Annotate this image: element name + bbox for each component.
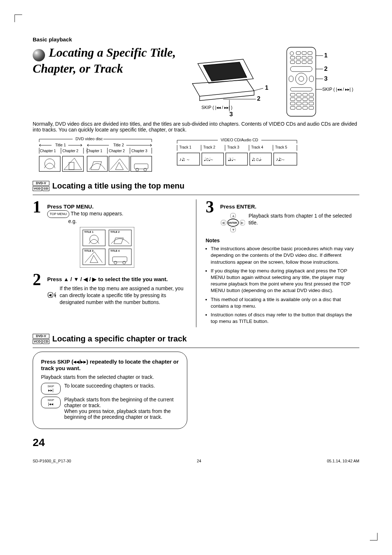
- svg-text:TITLE 4: TITLE 4: [110, 250, 119, 252]
- footer: SD-P1600_E_P17-30 24 05.1.14, 10:42 AM: [33, 459, 359, 463]
- svg-text:Chapter 1: Chapter 1: [40, 149, 56, 153]
- dpad-enter-icon: ▲ ▼ ◀ ▶ ENTER: [47, 285, 56, 305]
- skip-instructions-box: Press SKIP (◂◂/▸▸) repeatedly to locate …: [33, 352, 187, 429]
- svg-text:TITLE 2: TITLE 2: [110, 231, 119, 233]
- cd-disc-diagram: VIDEO CD/Audio CD Track 1Track 2Track 3T…: [171, 136, 301, 174]
- subsection-title-top-menu: DVD-V VCD CD Locating a title using the …: [33, 181, 359, 191]
- dvd-player-figure: 1 SKIP ( |◂◂ / ▸▸| ) 2 3: [189, 45, 272, 118]
- tag-vcd: VCD: [33, 186, 42, 191]
- svg-text:▶: ▶: [241, 221, 244, 224]
- step-2: 2 Press ▲ / ▼ / ◀ / ▶ to select the titl…: [33, 272, 187, 306]
- step-3-body: Playback starts from chapter 1 of the se…: [249, 212, 359, 226]
- note-item: If you display the top menu during playb…: [211, 268, 360, 294]
- remote-figure: 1 2 3 SKIP ( |◂◂ / ▸▸| ): [283, 45, 359, 118]
- ornament-sphere-icon: [33, 49, 45, 61]
- svg-text:▼: ▼: [232, 228, 235, 231]
- svg-text:3: 3: [324, 75, 327, 82]
- svg-text:SKIP ( |◂◂ / ▸▸| ): SKIP ( |◂◂ / ▸▸| ): [201, 105, 232, 110]
- top-menu-example: TITLE 1TITLE 2 TITLE 3TITLE 4: [80, 227, 187, 268]
- notes-heading: Notes: [206, 237, 360, 244]
- step-1-eg: e.g.: [68, 218, 187, 225]
- tag-cd: CD: [42, 186, 49, 191]
- svg-text:TITLE 1: TITLE 1: [84, 231, 93, 233]
- crop-mark-br: [370, 533, 377, 540]
- svg-text:ENTER: ENTER: [55, 294, 56, 296]
- tag-cd: CD: [42, 339, 49, 344]
- step-1-line: The top menu appears.: [71, 211, 123, 216]
- svg-text:Title 2: Title 2: [113, 143, 124, 147]
- svg-text:Chapter 1: Chapter 1: [86, 149, 102, 153]
- footer-page: 24: [197, 459, 201, 463]
- svg-text:◀: ◀: [49, 293, 52, 297]
- step-2-body: If the titles in the top menu are assign…: [60, 285, 186, 306]
- svg-text:Chapter 2: Chapter 2: [109, 149, 125, 153]
- subsection-title-skip: DVD-V VCD CD Locating a specific chapter…: [33, 334, 359, 344]
- skip-back-button-icon: SKIP |◂◂: [41, 397, 61, 408]
- svg-text:Track 5: Track 5: [275, 145, 287, 149]
- svg-text:◀: ◀: [222, 221, 225, 224]
- svg-rect-76: [109, 156, 129, 171]
- svg-rect-74: [62, 156, 83, 171]
- svg-text:TITLE 3: TITLE 3: [84, 250, 93, 252]
- svg-text:♪𝅘𝅥𝅘𝅥♫∼: ♪𝅘𝅥𝅘𝅥♫∼: [276, 157, 285, 162]
- step-3: 3 Press ENTER. ▲ ▼ ◀ ▶ ENTER: [206, 199, 360, 234]
- intro-text: Normally, DVD video discs are divided in…: [33, 121, 359, 133]
- tag-dvdv: DVD-V: [33, 181, 49, 186]
- tag-dvdv: DVD-V: [33, 334, 49, 339]
- svg-text:Chapter 2: Chapter 2: [62, 149, 78, 153]
- step-2-heading: Press ▲ / ▼ / ◀ / ▶ to select the title …: [47, 276, 187, 283]
- right-column: 3 Press ENTER. ▲ ▼ ◀ ▶ ENTER: [206, 199, 360, 327]
- dpad-enter-icon: ▲ ▼ ◀ ▶ ENTER: [220, 212, 245, 234]
- note-item: The instructions above describe basic pr…: [211, 246, 360, 266]
- svg-text:SKIP ( |◂◂ / ▸▸| ): SKIP ( |◂◂ / ▸▸| ): [322, 87, 353, 92]
- svg-text:2: 2: [257, 95, 260, 102]
- svg-text:Track 1: Track 1: [179, 145, 191, 149]
- footer-timestamp: 05.1.14, 10:42 AM: [327, 459, 359, 463]
- footer-filename: SD-P1600_E_P17-30: [33, 459, 71, 463]
- svg-line-0: [253, 88, 263, 91]
- svg-rect-73: [39, 156, 60, 171]
- step-1: 1 Press TOP MENU. TOP MENU The top menu …: [33, 199, 187, 268]
- step-3-number: 3: [206, 199, 218, 214]
- svg-text:1: 1: [265, 84, 268, 91]
- svg-text:VIDEO CD/Audio CD: VIDEO CD/Audio CD: [221, 138, 258, 142]
- svg-text:Track 3: Track 3: [227, 145, 239, 149]
- svg-text:2: 2: [324, 65, 327, 72]
- svg-text:ENTER: ENTER: [228, 222, 237, 224]
- divider: [33, 195, 359, 195]
- note-item: Instruction notes of discs may refer to …: [211, 312, 360, 325]
- skip-forward-button-icon: SKIP ▸▸|: [41, 383, 61, 394]
- skip-back-text-1: Playback starts from the beginning of th…: [64, 397, 179, 408]
- svg-text:♪𝅘𝅥♫  ∼: ♪𝅘𝅥♫ ∼: [179, 157, 189, 162]
- left-column: 1 Press TOP MENU. TOP MENU The top menu …: [33, 199, 187, 327]
- subsection-heading-1: Locating a title using the top menu: [52, 181, 184, 191]
- svg-text:𝅘𝅥 𝅘𝅥♪𝅘𝅥 ∼: 𝅘𝅥 𝅘𝅥♪𝅘𝅥 ∼: [228, 157, 236, 162]
- page-title: Locating a Specific Title, Chapter, or T…: [33, 46, 176, 75]
- dvd-disc-diagram: DVD video disc Title 1 Title 2 Chapter 1…: [33, 136, 156, 174]
- svg-text:▲: ▲: [232, 214, 235, 218]
- svg-text:𝅘𝅥♫♫𝅘𝅥∼: 𝅘𝅥♫♫𝅘𝅥∼: [252, 157, 262, 162]
- svg-text:Track 4: Track 4: [251, 145, 263, 149]
- divider: [33, 348, 359, 348]
- svg-text:3: 3: [229, 111, 233, 118]
- header-illustrations: 1 SKIP ( |◂◂ / ▸▸| ) 2 3: [189, 45, 359, 118]
- crop-mark-tl: [15, 15, 22, 22]
- svg-text:DVD video disc: DVD video disc: [75, 137, 103, 141]
- step-1-number: 1: [33, 199, 45, 214]
- skip-line: Playback starts from the selected chapte…: [41, 374, 179, 380]
- section-label: Basic playback: [33, 36, 359, 42]
- svg-text:Track 2: Track 2: [203, 145, 215, 149]
- page: Basic playback Locating a Specific Title…: [0, 0, 392, 555]
- note-item: This method of locating a title is avail…: [211, 296, 360, 309]
- notes-list: The instructions above describe basic pr…: [206, 246, 360, 325]
- svg-text:Title 1: Title 1: [55, 143, 66, 147]
- skip-back-text-2: When you press twice, playback starts fr…: [64, 408, 179, 420]
- step-1-heading: Press TOP MENU.: [47, 203, 187, 210]
- step-3-heading: Press ENTER.: [220, 203, 360, 210]
- svg-text:𝅘𝅥 ♫𝅘𝅥 ∼: 𝅘𝅥 ♫𝅘𝅥 ∼: [204, 157, 213, 162]
- svg-rect-75: [87, 156, 107, 171]
- skip-heading: Press SKIP (◂◂/▸▸) repeatedly to locate …: [41, 358, 179, 371]
- svg-text:Chapter 3: Chapter 3: [131, 149, 147, 153]
- page-number: 24: [33, 436, 359, 449]
- subsection-heading-2: Locating a specific chapter or track: [52, 334, 187, 344]
